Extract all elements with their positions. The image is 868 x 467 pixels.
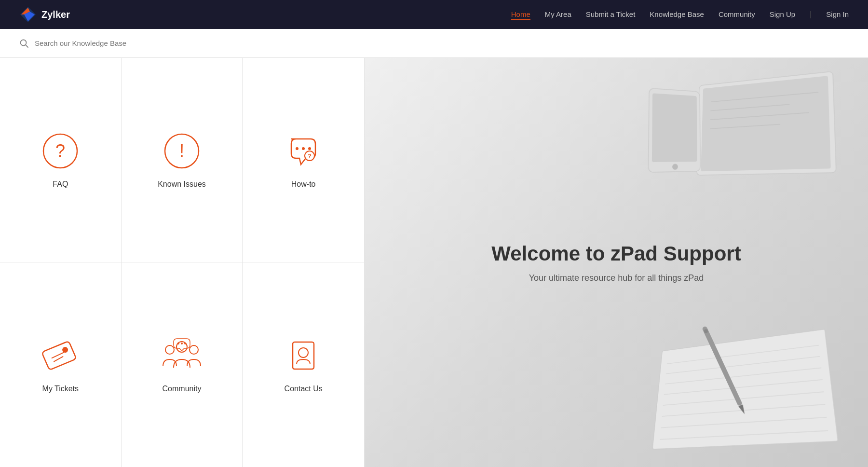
nav-link-home[interactable]: Home (511, 10, 530, 20)
nav-item-sign-up[interactable]: Sign Up (770, 10, 795, 19)
grid-cell-faq[interactable]: ? FAQ (0, 58, 122, 262)
hero-content: Welcome to zPad Support Your ultimate re… (472, 223, 760, 302)
svg-rect-32 (652, 329, 838, 449)
known-issues-label: Known Issues (158, 180, 206, 189)
svg-point-20 (184, 343, 186, 344)
svg-point-18 (177, 343, 179, 344)
nav-link-my-area[interactable]: My Area (545, 10, 571, 18)
svg-point-19 (181, 343, 183, 344)
faq-label: FAQ (53, 180, 68, 189)
hero-section: Welcome to zPad Support Your ultimate re… (365, 58, 868, 467)
known-issues-icon: ! (163, 132, 201, 170)
hero-subtitle: Your ultimate resource hub for all thing… (491, 273, 741, 283)
svg-point-16 (190, 345, 198, 354)
brand-logo-icon (19, 6, 37, 23)
grid-cell-how-to[interactable]: ? How-to (243, 58, 364, 262)
svg-point-15 (165, 345, 174, 354)
nav-item-knowledge-base[interactable]: Knowledge Base (650, 10, 704, 19)
nav-link-community[interactable]: Community (719, 10, 755, 18)
brand[interactable]: Zylker (19, 6, 70, 23)
grid-cell-known-issues[interactable]: ! Known Issues (122, 58, 243, 262)
my-tickets-icon (41, 336, 80, 375)
grid-cell-community[interactable]: Community (122, 262, 243, 467)
nav-item-sign-in[interactable]: Sign In (826, 10, 849, 19)
nav-item-submit-ticket[interactable]: Submit a Ticket (586, 10, 636, 19)
nav-link-sign-up[interactable]: Sign Up (770, 10, 795, 18)
nav-item-community[interactable]: Community (719, 10, 755, 19)
nav-divider: | (810, 10, 812, 19)
community-icon (160, 336, 203, 375)
main-container: ? FAQ ! Known Issues (0, 58, 868, 467)
category-grid: ? FAQ ! Known Issues (0, 58, 365, 467)
svg-rect-24 (701, 76, 830, 171)
search-input[interactable] (35, 39, 228, 47)
how-to-icon: ? (284, 132, 323, 170)
svg-point-9 (308, 147, 311, 150)
svg-point-14 (62, 346, 68, 353)
nav-link-sign-in[interactable]: Sign In (826, 10, 849, 18)
svg-point-22 (298, 348, 308, 357)
svg-point-7 (296, 147, 298, 150)
hero-title: Welcome to zPad Support (491, 242, 741, 265)
search-icon (19, 39, 29, 48)
my-tickets-label: My Tickets (42, 385, 79, 393)
how-to-label: How-to (291, 180, 316, 189)
nav-link-knowledge-base[interactable]: Knowledge Base (650, 10, 704, 18)
nav-link-submit-ticket[interactable]: Submit a Ticket (586, 10, 636, 18)
svg-text:!: ! (179, 141, 184, 161)
svg-rect-30 (652, 93, 697, 162)
contact-us-icon (284, 336, 323, 375)
svg-text:?: ? (55, 141, 65, 161)
navbar: Zylker Home My Area Submit a Ticket Know… (0, 0, 868, 29)
nav-item-home[interactable]: Home (511, 10, 530, 19)
svg-point-8 (302, 147, 305, 150)
contact-us-label: Contact Us (285, 385, 323, 393)
svg-line-2 (26, 45, 28, 47)
community-label: Community (163, 385, 202, 393)
nav-links: Home My Area Submit a Ticket Knowledge B… (511, 10, 849, 19)
faq-icon: ? (41, 132, 80, 170)
svg-text:?: ? (308, 153, 311, 160)
brand-name: Zylker (41, 9, 70, 20)
grid-cell-contact-us[interactable]: Contact Us (243, 262, 364, 467)
nav-item-my-area[interactable]: My Area (545, 10, 571, 19)
svg-rect-21 (293, 342, 314, 369)
svg-line-13 (54, 357, 64, 361)
search-bar (0, 29, 868, 58)
grid-cell-my-tickets[interactable]: My Tickets (0, 262, 122, 467)
